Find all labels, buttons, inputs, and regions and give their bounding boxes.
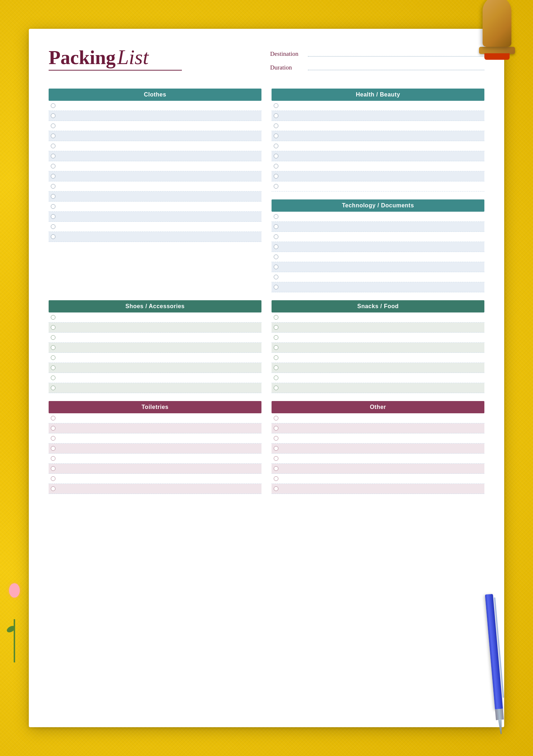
checkbox[interactable] [51, 214, 55, 219]
title-packing: Packing [49, 47, 116, 68]
checkbox[interactable] [51, 456, 55, 461]
checkbox[interactable] [51, 154, 55, 158]
checkbox[interactable] [51, 416, 55, 420]
checkbox[interactable] [274, 285, 278, 289]
checkbox[interactable] [51, 204, 55, 209]
checkbox[interactable] [51, 355, 55, 360]
section-toiletries: Toiletries [49, 401, 261, 494]
checkbox[interactable] [274, 386, 278, 390]
checkbox[interactable] [274, 184, 278, 189]
health-beauty-header: Health / Beauty [272, 89, 484, 101]
checkbox[interactable] [274, 154, 278, 158]
checkbox[interactable] [274, 255, 278, 259]
checkbox[interactable] [51, 184, 55, 189]
checkbox[interactable] [274, 275, 278, 279]
checkbox[interactable] [274, 375, 278, 380]
list-item [272, 474, 484, 484]
checkbox[interactable] [274, 335, 278, 340]
list-item [272, 413, 484, 423]
section-snacks-food: Snacks / Food [272, 300, 484, 393]
checkbox[interactable] [51, 486, 55, 491]
checkbox[interactable] [51, 234, 55, 239]
list-item [49, 312, 261, 323]
checkbox[interactable] [274, 134, 278, 138]
toiletries-header: Toiletries [49, 401, 261, 413]
checkbox[interactable] [51, 123, 55, 128]
list-item [49, 111, 261, 121]
checkbox[interactable] [274, 164, 278, 168]
checkbox[interactable] [51, 386, 55, 390]
checkbox[interactable] [51, 103, 55, 108]
list-item [272, 353, 484, 363]
checkbox[interactable] [51, 345, 55, 350]
list-item [49, 131, 261, 141]
checkbox[interactable] [274, 436, 278, 441]
checkbox[interactable] [274, 144, 278, 148]
checkbox[interactable] [274, 103, 278, 108]
checkbox[interactable] [51, 476, 55, 481]
section-shoes-accessories: Shoes / Accessories [49, 300, 261, 393]
checkbox[interactable] [274, 224, 278, 229]
section-other: Other [272, 401, 484, 494]
checkbox[interactable] [51, 436, 55, 441]
list-item [49, 151, 261, 161]
checkbox[interactable] [51, 325, 55, 330]
list-item [272, 423, 484, 433]
other-header: Other [272, 401, 484, 413]
checkbox[interactable] [274, 456, 278, 461]
checkbox[interactable] [274, 174, 278, 179]
checkbox[interactable] [274, 123, 278, 128]
list-item [49, 202, 261, 212]
checkbox[interactable] [274, 214, 278, 219]
meta-section: Destination Duration [263, 47, 484, 78]
checkbox[interactable] [274, 446, 278, 451]
checkbox[interactable] [274, 113, 278, 118]
checkbox[interactable] [51, 375, 55, 380]
list-item [272, 242, 484, 252]
list-item [272, 272, 484, 282]
checkbox[interactable] [51, 134, 55, 138]
checkbox[interactable] [51, 113, 55, 118]
checkbox[interactable] [51, 224, 55, 229]
technology-documents-header: Technology / Documents [272, 199, 484, 212]
checkbox[interactable] [274, 234, 278, 239]
toiletries-list [49, 413, 261, 494]
checkbox[interactable] [51, 174, 55, 179]
checkbox[interactable] [51, 466, 55, 471]
checkbox[interactable] [274, 416, 278, 420]
checkbox[interactable] [274, 244, 278, 249]
list-item [49, 222, 261, 232]
checkbox[interactable] [274, 466, 278, 471]
checkbox[interactable] [51, 164, 55, 168]
checkbox[interactable] [274, 426, 278, 431]
checkbox[interactable] [51, 194, 55, 199]
list-item [272, 363, 484, 373]
checkbox[interactable] [274, 265, 278, 269]
sections-grid: Clothes Health / Beau [49, 89, 484, 502]
checkbox[interactable] [274, 315, 278, 320]
checkbox[interactable] [51, 315, 55, 320]
title-line: Packing List [49, 47, 263, 68]
list-item [49, 161, 261, 171]
checkbox[interactable] [51, 144, 55, 148]
checkbox[interactable] [274, 355, 278, 360]
checkbox[interactable] [51, 446, 55, 451]
list-item [272, 282, 484, 292]
list-item [272, 222, 484, 232]
checkbox[interactable] [274, 486, 278, 491]
shoes-accessories-list [49, 312, 261, 393]
destination-label: Destination [270, 50, 306, 58]
list-item [49, 464, 261, 474]
checkbox[interactable] [274, 365, 278, 370]
list-item [272, 433, 484, 444]
checkbox[interactable] [51, 365, 55, 370]
checkbox[interactable] [51, 335, 55, 340]
checkbox[interactable] [274, 476, 278, 481]
list-item [49, 423, 261, 433]
list-item [272, 131, 484, 141]
checkbox[interactable] [274, 325, 278, 330]
checkbox[interactable] [51, 426, 55, 431]
checkbox[interactable] [274, 345, 278, 350]
list-item [49, 363, 261, 373]
section-technology-documents: Technology / Documents [272, 199, 484, 292]
